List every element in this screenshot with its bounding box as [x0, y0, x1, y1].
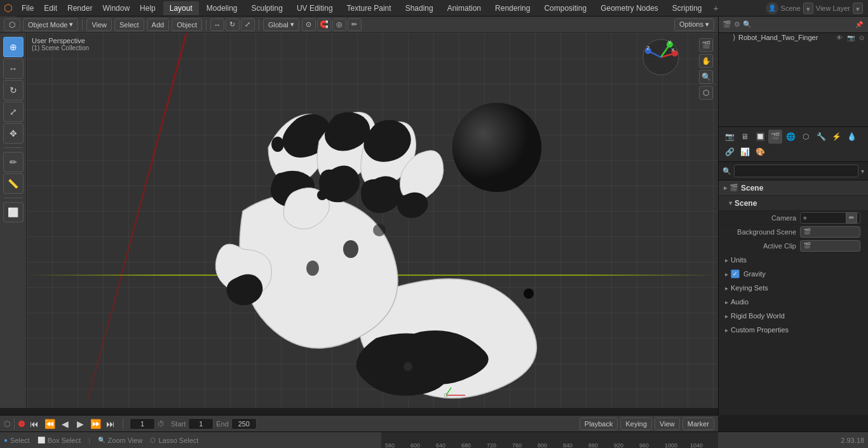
- prop-icon-view-layer[interactable]: 🔲: [753, 130, 767, 144]
- tool-transform[interactable]: ✥: [3, 123, 24, 144]
- tool-cursor[interactable]: ⊕: [3, 37, 24, 57]
- tab-compositing[interactable]: Compositing: [538, 1, 593, 15]
- menu-edit[interactable]: Edit: [39, 0, 62, 17]
- viewport-3d[interactable]: User Perspective (1) Scene Collection X …: [27, 33, 718, 408]
- properties-search-input[interactable]: [734, 165, 858, 177]
- view-menu[interactable]: View: [86, 18, 112, 31]
- prop-icon-render[interactable]: ⚙: [734, 20, 740, 29]
- grease-pencil-btn[interactable]: ✏: [348, 18, 362, 31]
- playback-menu[interactable]: Playback: [580, 417, 618, 430]
- fps-icon[interactable]: ⏱: [158, 420, 165, 428]
- prop-icon-output[interactable]: 🖥: [738, 130, 752, 144]
- tool-rotate[interactable]: ↻: [3, 80, 24, 100]
- view-menu-tl[interactable]: View: [654, 417, 680, 430]
- tab-uv-editing[interactable]: UV Editing: [290, 1, 339, 15]
- menu-render[interactable]: Render: [62, 0, 97, 17]
- prop-icon-world[interactable]: 🌐: [783, 130, 797, 144]
- prop-icon-scene[interactable]: 🎬: [768, 130, 782, 144]
- gravity-section[interactable]: ▸ ✓ Gravity: [719, 267, 868, 281]
- tool-add-cube[interactable]: ⬜: [3, 202, 24, 222]
- prop-icon-render[interactable]: 📷: [722, 130, 736, 144]
- tab-animation[interactable]: Animation: [441, 1, 487, 15]
- timeline-icon[interactable]: ⬡: [4, 419, 10, 428]
- tab-layout[interactable]: Layout: [163, 1, 199, 15]
- tab-geometry-nodes[interactable]: Geometry Nodes: [594, 1, 665, 15]
- prop-icon-physics[interactable]: 💧: [844, 130, 858, 144]
- add-workspace-tab-button[interactable]: +: [710, 3, 722, 13]
- end-frame-input[interactable]: 250: [231, 418, 257, 430]
- user-icon[interactable]: 👤: [766, 2, 778, 15]
- proportional-edit-btn[interactable]: ◎: [332, 18, 346, 31]
- viewport-camera-btn[interactable]: 🎬: [699, 38, 713, 52]
- panel-pin[interactable]: 📌: [854, 20, 864, 29]
- outliner-render-1[interactable]: 📷: [846, 33, 856, 43]
- pivot-btn[interactable]: ⊙: [302, 18, 316, 31]
- prop-icon-material[interactable]: 🎨: [753, 145, 767, 159]
- gravity-checkbox[interactable]: ✓: [731, 269, 740, 278]
- play-btn[interactable]: ▶: [74, 418, 86, 430]
- prop-icon-particles[interactable]: ⚡: [829, 130, 843, 144]
- outliner-visibility-1[interactable]: 👁: [835, 33, 844, 43]
- prop-icon-object[interactable]: ⬡: [799, 130, 813, 144]
- tab-scripting[interactable]: Scripting: [666, 1, 709, 15]
- add-menu[interactable]: Add: [147, 18, 170, 31]
- keying-sets-section[interactable]: ▸ Keying Sets: [719, 281, 868, 295]
- play-reverse-btn[interactable]: ◀: [59, 418, 71, 430]
- engine-dropdown[interactable]: ▾: [803, 3, 813, 14]
- camera-browse-btn[interactable]: ✏: [846, 212, 857, 224]
- step-back-btn[interactable]: ⏪: [44, 418, 55, 430]
- outliner-select-1[interactable]: ⊙: [858, 33, 865, 43]
- viewport-zoom-btn[interactable]: 🔍: [699, 70, 713, 84]
- transform-space-dropdown[interactable]: Global ▾: [263, 18, 299, 31]
- tool-scale[interactable]: ⤢: [3, 102, 24, 122]
- tab-rendering[interactable]: Rendering: [489, 1, 536, 15]
- prop-search[interactable]: 🔍: [743, 20, 752, 29]
- tool-annotate[interactable]: ✏: [3, 152, 24, 172]
- transform-widget-rotate[interactable]: ↻: [226, 18, 240, 31]
- keying-menu[interactable]: Keying: [620, 417, 652, 430]
- viewport-extra-btn[interactable]: ⬡: [699, 86, 713, 100]
- jump-end-btn[interactable]: ⏭: [105, 418, 116, 430]
- prop-icon-modifier[interactable]: 🔧: [814, 130, 828, 144]
- background-scene-value[interactable]: 🎬: [800, 226, 860, 238]
- scene-section-header[interactable]: ▸ 🎬 Scene: [719, 180, 868, 196]
- tool-move[interactable]: ↔: [3, 58, 24, 79]
- camera-value[interactable]: ■ ✏: [800, 212, 860, 224]
- tab-sculpting[interactable]: Sculpting: [245, 1, 289, 15]
- step-forward-btn[interactable]: ⏩: [90, 418, 101, 430]
- select-menu[interactable]: Select: [114, 18, 144, 31]
- transform-widget-move[interactable]: ↔: [210, 18, 224, 31]
- object-menu[interactable]: Object: [172, 18, 202, 31]
- prop-filter-btn[interactable]: ▾: [861, 168, 864, 175]
- view-layer-dropdown[interactable]: ▾: [853, 3, 863, 14]
- jump-start-btn[interactable]: ⏮: [29, 418, 40, 430]
- menu-window[interactable]: Window: [97, 0, 135, 17]
- options-dropdown[interactable]: Options ▾: [674, 18, 714, 31]
- tool-measure[interactable]: 📏: [3, 173, 24, 194]
- snap-btn[interactable]: 🧲: [317, 18, 331, 31]
- tab-modeling[interactable]: Modeling: [200, 1, 244, 15]
- viewport-icon-btn[interactable]: ⬡: [4, 18, 20, 31]
- prop-icon-constraints[interactable]: 🔗: [722, 145, 736, 159]
- navigation-gizmo[interactable]: X Y Z: [642, 38, 680, 76]
- active-clip-value[interactable]: 🎬: [800, 240, 860, 252]
- rigid-body-world-section[interactable]: ▸ Rigid Body World: [719, 309, 868, 323]
- prop-icon-data[interactable]: 📊: [738, 145, 752, 159]
- menu-help[interactable]: Help: [135, 0, 161, 17]
- tab-texture-paint[interactable]: Texture Paint: [341, 1, 398, 15]
- viewport-hand-btn[interactable]: ✋: [699, 54, 713, 68]
- marker-menu[interactable]: Marker: [682, 417, 714, 430]
- units-section[interactable]: ▸ Units: [719, 253, 868, 267]
- transform-widget-scale[interactable]: ⤢: [241, 18, 255, 31]
- tab-shading[interactable]: Shading: [399, 1, 440, 15]
- audio-section[interactable]: ▸ Audio: [719, 295, 868, 309]
- record-button[interactable]: [18, 421, 25, 427]
- custom-properties-section[interactable]: ▸ Custom Properties: [719, 323, 868, 337]
- active-clip-row: Active Clip 🎬: [719, 239, 868, 253]
- start-frame-input[interactable]: 1: [188, 418, 214, 430]
- menu-file[interactable]: File: [17, 0, 39, 17]
- scene-sub-header[interactable]: ▾ Scene: [719, 196, 868, 211]
- current-frame-input[interactable]: 1: [130, 418, 155, 430]
- object-mode-dropdown[interactable]: Object Mode ▾: [23, 18, 78, 31]
- prop-icon-scene[interactable]: 🎬: [722, 20, 731, 29]
